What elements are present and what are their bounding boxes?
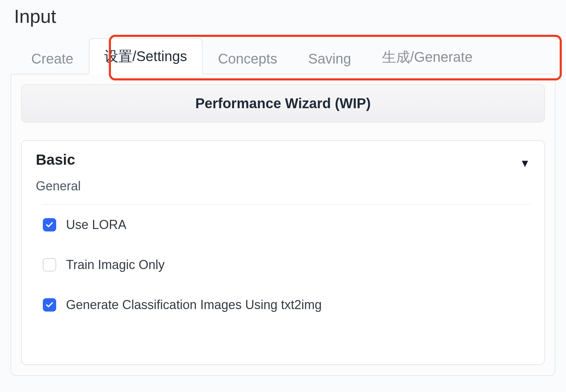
option-label: Train Imagic Only [66, 257, 165, 272]
tab-create[interactable]: Create [16, 43, 89, 74]
input-section-title: Input [14, 5, 555, 27]
tabs-bar: Create 设置/Settings Concepts Saving 生成/Ge… [16, 38, 555, 74]
tab-saving[interactable]: Saving [293, 43, 367, 74]
performance-wizard-button[interactable]: Performance Wizard (WIP) [21, 84, 545, 123]
basic-subheader-general: General [36, 179, 530, 194]
option-label: Use LORA [66, 217, 126, 232]
tab-generate[interactable]: 生成/Generate [367, 39, 488, 74]
option-generate-classification-images[interactable]: Generate Classification Images Using txt… [43, 285, 530, 325]
basic-card-header[interactable]: Basic ▼ [36, 151, 530, 175]
checkbox-use-lora[interactable] [43, 218, 56, 231]
checkbox-train-imagic-only[interactable] [43, 258, 56, 272]
checkbox-generate-classification-images[interactable] [43, 298, 56, 312]
option-use-lora[interactable]: Use LORA [43, 205, 530, 245]
tab-concepts[interactable]: Concepts [203, 43, 293, 74]
chevron-down-icon[interactable]: ▼ [520, 157, 530, 169]
basic-card: Basic ▼ General Use LORA Train Imagic On… [21, 140, 545, 365]
option-train-imagic-only[interactable]: Train Imagic Only [43, 245, 530, 285]
settings-panel: Performance Wizard (WIP) Basic ▼ General… [11, 74, 555, 376]
check-icon [45, 221, 54, 229]
basic-card-title: Basic [36, 151, 75, 168]
tab-settings[interactable]: 设置/Settings [89, 38, 203, 74]
basic-options-list: Use LORA Train Imagic Only Generate Clas… [43, 204, 530, 325]
option-label: Generate Classification Images Using txt… [66, 298, 322, 312]
check-icon [45, 301, 54, 309]
